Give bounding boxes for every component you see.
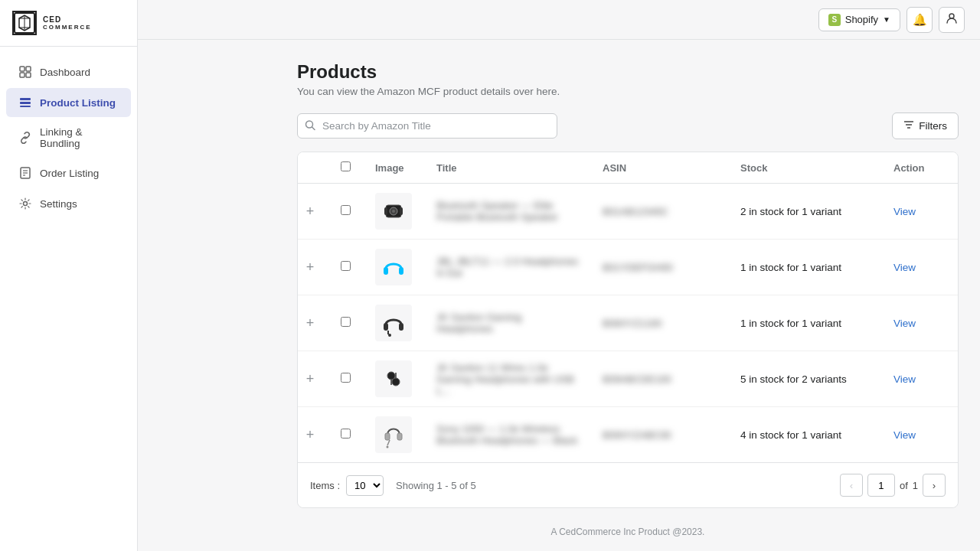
of-label: of [900, 480, 908, 491]
svg-rect-7 [20, 73, 24, 77]
product-image-4 [375, 416, 412, 453]
row-stock-3: 5 in stock for 2 variants [728, 351, 881, 407]
products-table: Image Title ASIN Stock Action + Bluetoo [298, 152, 958, 462]
row-asin-2: B08XYZ1100 [590, 295, 728, 351]
filter-icon [903, 119, 914, 132]
pagination-bar: Items : 10 20 50 Showing 1 - 5 of 5 ‹ of… [298, 462, 958, 507]
row-stock-2: 1 in stock for 1 variant [728, 295, 881, 351]
row-expand-0[interactable]: + [298, 184, 328, 240]
svg-rect-5 [20, 67, 24, 71]
svg-rect-39 [397, 433, 402, 440]
row-checkbox-input-3[interactable] [341, 373, 351, 383]
settings-icon [18, 197, 32, 210]
per-page-select[interactable]: 10 20 50 [346, 475, 384, 496]
row-image-4 [363, 407, 424, 463]
main-content: Products You can view the Amazon MCF pro… [276, 40, 980, 551]
sidebar-item-label: Dashboard [40, 67, 90, 78]
chevron-down-icon: ▼ [883, 15, 890, 24]
filters-button[interactable]: Filters [892, 112, 959, 139]
svg-line-19 [312, 127, 315, 130]
sidebar-item-order-listing[interactable]: Order Listing [6, 158, 131, 187]
row-asin-4: B09XYZABC00 [590, 407, 728, 463]
prev-page-button[interactable]: ‹ [840, 474, 863, 497]
row-expand-1[interactable]: + [298, 240, 328, 295]
sidebar-item-linking-bundling[interactable]: Linking & Bundling [6, 119, 131, 157]
view-link-4[interactable]: View [893, 429, 916, 441]
next-page-button[interactable]: › [923, 474, 946, 497]
view-link-0[interactable]: View [893, 206, 916, 217]
row-asin-1: B01YDEFGH00 [590, 240, 728, 295]
svg-point-33 [388, 334, 391, 337]
row-stock-4: 4 in stock for 1 variant [728, 407, 881, 463]
sidebar-item-dashboard[interactable]: Dashboard [6, 57, 131, 86]
select-all-checkbox[interactable] [341, 161, 351, 171]
row-action-1[interactable]: View [881, 240, 958, 295]
svg-rect-28 [384, 267, 388, 275]
shopify-label: Shopify [845, 14, 878, 25]
row-expand-3[interactable]: + [298, 351, 328, 407]
row-checkbox-3[interactable] [328, 351, 363, 407]
table-row: + Bluetooth Speaker — Elite Portable Blu… [298, 184, 958, 240]
col-asin-header: ASIN [590, 152, 728, 184]
product-image-1 [375, 249, 412, 285]
row-action-0[interactable]: View [881, 184, 958, 240]
row-action-2[interactable]: View [881, 295, 958, 351]
row-action-3[interactable]: View [881, 351, 958, 407]
logo-text: CED COMMERCE [43, 15, 92, 31]
footer-text: A CedCommerce Inc Product @2023. [551, 527, 705, 537]
search-input[interactable] [297, 113, 557, 139]
product-image-2 [375, 305, 412, 341]
row-checkbox-input-1[interactable] [341, 261, 351, 271]
row-title-2: JK Saviton Gaming Headphones [424, 295, 590, 351]
table-row: + JK Saviton Gaming Headphones B08XYZ110… [298, 295, 958, 351]
row-checkbox-1[interactable] [328, 240, 363, 295]
items-per-page: Items : 10 20 50 [310, 475, 384, 496]
sidebar-item-label: Settings [40, 198, 77, 210]
sidebar-item-product-listing[interactable]: Product Listing [6, 88, 131, 117]
row-action-4[interactable]: View [881, 407, 958, 463]
user-button[interactable] [939, 7, 965, 33]
row-asin-0: B01AB12345C [590, 184, 728, 240]
page-number-input[interactable] [867, 474, 895, 497]
row-stock-1: 1 in stock for 1 variant [728, 240, 881, 295]
row-expand-2[interactable]: + [298, 295, 328, 351]
row-title-0: Bluetooth Speaker — Elite Portable Bluet… [424, 184, 590, 240]
svg-rect-26 [384, 207, 387, 215]
svg-rect-31 [399, 323, 403, 331]
shopify-icon: S [828, 14, 841, 26]
col-title-header: Title [424, 152, 590, 184]
row-checkbox-input-2[interactable] [341, 317, 351, 327]
items-label: Items : [310, 480, 340, 491]
svg-point-35 [392, 378, 400, 386]
topbar: S Shopify ▼ 🔔 [138, 0, 980, 40]
row-checkbox-0[interactable] [328, 184, 363, 240]
notification-button[interactable]: 🔔 [906, 7, 933, 33]
row-expand-4[interactable]: + [298, 407, 328, 463]
sidebar-item-label: Product Listing [40, 97, 116, 109]
svg-rect-9 [20, 98, 31, 100]
shopify-button[interactable]: S Shopify ▼ [818, 8, 900, 31]
view-link-1[interactable]: View [893, 262, 916, 273]
sidebar: CED COMMERCE Dashboard [0, 0, 138, 551]
col-action-header: Action [881, 152, 958, 184]
row-image-2 [363, 295, 424, 351]
view-link-3[interactable]: View [893, 373, 916, 385]
table-header-row: Image Title ASIN Stock Action [298, 152, 958, 184]
sidebar-item-settings[interactable]: Settings [6, 189, 131, 218]
search-filter-bar: Filters [297, 112, 959, 139]
view-link-2[interactable]: View [893, 318, 916, 329]
row-image-0 [363, 184, 424, 240]
bell-icon: 🔔 [913, 13, 927, 27]
row-checkbox-4[interactable] [328, 407, 363, 463]
row-checkbox-2[interactable] [328, 295, 363, 351]
page-title: Products [297, 61, 959, 83]
showing-text: Showing 1 - 5 of 5 [396, 480, 476, 491]
page-controls: ‹ of 1 › [840, 474, 946, 497]
table-row: + JK Saviton 11 Wires 1.0e Gaming Headph… [298, 351, 958, 407]
product-image-3 [375, 360, 412, 397]
row-checkbox-input-0[interactable] [341, 205, 351, 215]
svg-rect-30 [384, 323, 388, 331]
row-checkbox-input-4[interactable] [341, 429, 351, 439]
sidebar-item-label: Linking & Bundling [40, 126, 119, 149]
col-checkbox-header [328, 152, 363, 184]
